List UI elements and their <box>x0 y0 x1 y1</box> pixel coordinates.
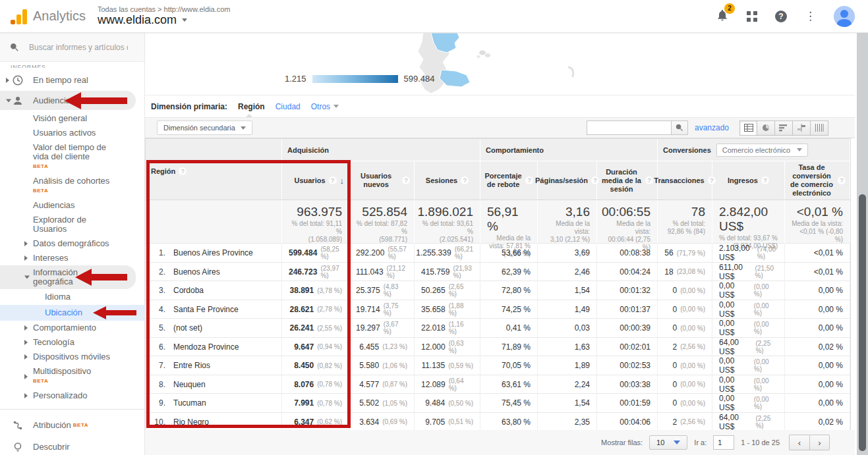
column-header-duration[interactable]: Duración media de la sesión <box>597 161 658 200</box>
account-selector[interactable]: www.eldia.com <box>98 13 230 27</box>
region-link[interactable]: Buenos Aires <box>173 267 220 277</box>
region-link[interactable]: Buenos Aires Province <box>173 248 253 257</box>
chevron-right-icon[interactable] <box>24 340 28 345</box>
table-body: 1.Buenos Aires Province599.484(58,25 %)2… <box>146 243 850 431</box>
sidebar-search[interactable] <box>0 33 144 62</box>
avatar[interactable] <box>834 6 855 27</box>
help-tooltip-icon[interactable] <box>329 176 337 184</box>
notifications-button[interactable]: 2 <box>716 9 729 24</box>
region-link[interactable]: Mendoza Province <box>173 342 239 352</box>
help-icon[interactable]: ? <box>775 11 787 22</box>
search-input[interactable] <box>29 43 128 52</box>
breadcrumb[interactable]: Todas las cuentas > http://www.eldia.com <box>98 5 230 13</box>
sidebar-item-visi-n-general[interactable]: Visión general <box>0 111 144 126</box>
sidebar-item-audiencias[interactable]: Audiencias <box>0 198 144 213</box>
column-header-sessions[interactable]: Sesiones <box>415 161 480 200</box>
help-tooltip-icon[interactable] <box>525 176 533 184</box>
sidebar-item-descubrir[interactable]: Descubrir <box>0 437 144 455</box>
conversions-type-select[interactable]: Comercio electrónico <box>716 144 808 157</box>
sidebar-item-idioma[interactable]: Idioma <box>0 289 144 305</box>
bar-chart-icon <box>779 124 788 132</box>
advanced-search-link[interactable]: avanzado <box>695 123 729 132</box>
sidebar-item-tecnolog-a[interactable]: Tecnología <box>0 335 144 350</box>
region-link[interactable]: Neuquen <box>173 380 206 389</box>
next-page-button[interactable]: › <box>809 435 830 450</box>
region-link[interactable]: (not set) <box>173 323 202 333</box>
dimension-option-ciudad[interactable]: Ciudad <box>275 102 301 111</box>
sidebar-item-comportamiento[interactable]: Comportamiento <box>0 321 144 335</box>
chevron-right-icon[interactable] <box>24 374 28 379</box>
table-cell-rate: 0,00 % <box>785 281 850 300</box>
region-link[interactable]: Rio Negro <box>173 417 209 427</box>
sidebar-item-en-tiempo-real[interactable]: En tiempo real <box>0 70 144 90</box>
cell-value: 9.484 <box>425 398 445 408</box>
view-percentage-button[interactable] <box>757 120 775 136</box>
help-tooltip-icon[interactable] <box>461 176 469 184</box>
sidebar-item-datos-demogr-ficos[interactable]: Datos demográficos <box>0 236 144 251</box>
apps-grid-icon[interactable] <box>747 11 757 22</box>
sidebar-item-personalizado[interactable]: Personalizado <box>0 388 144 403</box>
table-row: 9.Tucuman7.991(0,78 %)5.502(1,05 %)9.484… <box>146 393 850 412</box>
help-tooltip-icon[interactable] <box>761 176 769 184</box>
sidebar-item-audiencia[interactable]: Audiencia <box>0 91 136 110</box>
column-header-bounce[interactable]: Porcentaje de rebote <box>480 161 538 200</box>
sidebar-item-intereses[interactable]: Intereses <box>0 251 144 265</box>
chevron-right-icon[interactable] <box>24 255 28 261</box>
scrollbar-thumb[interactable] <box>859 194 866 451</box>
sidebar-item-an-lisis-de-cohortes[interactable]: Análisis de cohortesBETA <box>0 174 144 198</box>
view-performance-button[interactable] <box>775 120 793 136</box>
analytics-logo[interactable]: Analytics <box>0 9 86 24</box>
map-patagonia[interactable] <box>409 33 600 95</box>
previous-page-button[interactable]: ‹ <box>789 435 809 450</box>
chevron-right-icon[interactable] <box>24 393 28 398</box>
column-header-trans[interactable]: Transacciones <box>658 161 712 200</box>
dimension-option-otros[interactable]: Otros <box>311 102 339 111</box>
sidebar-item-dispositivos-m-viles[interactable]: Dispositivos móviles <box>0 350 144 364</box>
column-header-rate[interactable]: Tasa de conversión de comercio electróni… <box>785 161 850 200</box>
goto-page-input[interactable] <box>713 435 734 450</box>
view-pivot-button[interactable] <box>811 120 828 136</box>
dimension-option-regi-n[interactable]: Región <box>238 102 265 111</box>
cell-percent: (0,00 %) <box>680 306 705 313</box>
chevron-right-icon[interactable] <box>24 241 28 246</box>
map-region-highlight-2[interactable] <box>440 70 470 87</box>
column-header-revenue[interactable]: Ingresos <box>712 161 785 200</box>
chevron-down-icon[interactable] <box>24 276 30 279</box>
sort-descending-icon[interactable] <box>340 176 345 185</box>
column-header-region[interactable]: Región <box>146 161 282 200</box>
chevron-right-icon[interactable] <box>24 325 28 331</box>
pagination-buttons: ‹ › <box>789 435 830 450</box>
help-tooltip-icon[interactable] <box>402 176 410 184</box>
sidebar-item-valor-del-tiempo-de-vida-del-cliente[interactable]: Valor del tiempo de vida del clienteBETA <box>0 140 144 174</box>
table-search-button[interactable] <box>671 120 688 135</box>
vertical-scrollbar[interactable] <box>857 33 868 455</box>
chevron-right-icon[interactable] <box>6 78 9 83</box>
cell-value: 28.621 <box>290 305 314 314</box>
chevron-down-icon[interactable] <box>6 99 11 102</box>
sidebar-item-informaci-n-geogr-fica[interactable]: Información geográfica <box>0 265 136 289</box>
sidebar-item-ubicaci-n[interactable]: Ubicación <box>0 305 145 321</box>
table-cell-pages: 2,46 <box>538 263 597 281</box>
region-link[interactable]: Santa Fe Province <box>173 305 239 314</box>
view-comparison-button[interactable] <box>793 120 811 136</box>
column-header-users[interactable]: Usuarios <box>282 161 349 200</box>
chevron-right-icon[interactable] <box>24 354 28 360</box>
sidebar-item-explorador-de-usuarios[interactable]: Explorador de Usuarios <box>0 213 144 236</box>
sidebar-item-multidispositivo[interactable]: MultidispositivoBETA <box>0 364 144 388</box>
cell-value: 00:02:01 <box>620 342 651 352</box>
sidebar-item-atribuci-n[interactable]: AtribuciónBETA <box>0 415 144 435</box>
help-tooltip-icon[interactable] <box>838 176 846 184</box>
region-link[interactable]: Cordoba <box>173 286 204 295</box>
column-header-new_users[interactable]: Usuarios nuevos <box>349 161 415 200</box>
help-tooltip-icon[interactable] <box>645 176 653 184</box>
secondary-dimension-button[interactable]: Dimensión secundaria <box>157 120 252 135</box>
kebab-menu-icon[interactable]: ⋮ <box>805 13 816 20</box>
help-tooltip-icon[interactable] <box>179 167 187 175</box>
view-table-button[interactable] <box>739 120 757 136</box>
region-link[interactable]: Entre Rios <box>173 361 210 370</box>
region-link[interactable]: Tucuman <box>173 398 206 408</box>
rows-per-page-select[interactable]: 10 <box>649 435 687 450</box>
column-header-pages[interactable]: Páginas/sesión <box>538 161 597 200</box>
table-search-input[interactable] <box>587 120 671 135</box>
sidebar-item-usuarios-activos[interactable]: Usuarios activos <box>0 126 144 140</box>
